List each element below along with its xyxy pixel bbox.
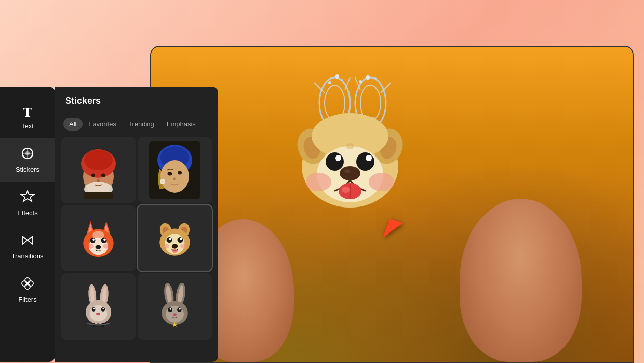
tab-all[interactable]: All [63, 118, 83, 131]
svg-point-95 [163, 244, 170, 248]
svg-point-80 [87, 244, 94, 248]
svg-point-77 [92, 238, 95, 241]
sidebar-item-transitions[interactable]: Transitions [0, 225, 55, 268]
svg-point-65 [173, 177, 176, 180]
panel-title: Stickers [65, 96, 101, 106]
sticker-cell-fox[interactable] [61, 205, 136, 271]
effects-icon [20, 190, 35, 206]
device-frame [150, 46, 634, 363]
svg-marker-41 [21, 191, 34, 201]
svg-point-109 [96, 313, 100, 315]
svg-point-62 [160, 160, 189, 193]
svg-point-30 [340, 166, 360, 180]
svg-point-97 [172, 249, 178, 253]
svg-point-9 [366, 75, 370, 80]
svg-point-107 [93, 308, 95, 309]
tab-emphasis[interactable]: Emphasis [160, 118, 202, 131]
filter-tabs: All Favorites Trending Emphasis [55, 114, 218, 137]
sticker-cell-bunny2[interactable] [138, 273, 212, 340]
tab-favorites[interactable]: Favorites [83, 118, 122, 131]
svg-point-94 [172, 244, 178, 248]
svg-point-78 [103, 238, 106, 241]
svg-point-82 [92, 231, 104, 239]
svg-point-29 [369, 155, 372, 158]
sticker-cell-bunny1[interactable] [61, 273, 136, 340]
svg-point-55 [101, 173, 105, 177]
svg-point-22 [306, 173, 331, 191]
svg-point-46 [26, 282, 29, 285]
svg-point-122 [170, 308, 171, 309]
sticker-cell-1[interactable] [61, 137, 136, 203]
svg-point-93 [180, 238, 182, 241]
tab-trending[interactable]: Trending [122, 118, 160, 131]
sidebar-item-stickers[interactable]: Stickers [0, 138, 55, 182]
text-icon: T [23, 105, 33, 119]
svg-point-54 [91, 173, 95, 177]
svg-point-79 [96, 245, 101, 249]
svg-point-51 [84, 150, 113, 170]
svg-point-92 [169, 238, 171, 241]
sidebar-label-transitions: Transitions [11, 252, 43, 260]
sticker-grid [55, 137, 218, 340]
svg-point-96 [180, 244, 187, 248]
svg-point-64 [178, 171, 182, 174]
svg-point-123 [179, 308, 180, 309]
sticker-cell-shiba[interactable] [138, 205, 212, 271]
svg-point-23 [369, 173, 394, 191]
svg-point-25 [356, 152, 374, 171]
stickers-panel: Stickers All Favorites Trending Emphasis [55, 87, 218, 362]
sidebar-label-text: Text [21, 122, 34, 130]
stickers-icon [20, 146, 35, 163]
device-screen [151, 47, 633, 362]
svg-point-31 [344, 169, 351, 173]
svg-point-81 [103, 244, 110, 248]
svg-rect-53 [84, 192, 113, 199]
svg-point-28 [338, 155, 341, 158]
sidebar-item-effects[interactable]: Effects [0, 182, 55, 225]
svg-point-108 [103, 308, 104, 309]
svg-point-7 [374, 77, 377, 80]
transitions-icon [20, 233, 35, 249]
svg-point-35 [342, 187, 350, 193]
panel-header: Stickers [55, 87, 218, 114]
svg-point-63 [168, 172, 172, 175]
svg-point-5 [341, 79, 343, 81]
svg-point-36 [346, 143, 354, 149]
sidebar: T Text Stickers Effects [0, 87, 55, 362]
svg-point-67 [161, 179, 165, 183]
filters-icon [20, 276, 35, 293]
sidebar-label-filters: Filters [18, 296, 36, 303]
dog-sticker-overlay [294, 108, 406, 210]
svg-point-124 [173, 313, 177, 316]
sidebar-item-filters[interactable]: Filters [0, 268, 55, 312]
svg-point-6 [359, 80, 362, 83]
svg-point-56 [97, 179, 100, 182]
sticker-cell-2[interactable] [138, 137, 212, 203]
svg-point-24 [326, 152, 344, 171]
face-right [460, 199, 582, 362]
sidebar-item-text[interactable]: T Text [0, 97, 55, 138]
sidebar-label-effects: Effects [17, 209, 38, 217]
sidebar-label-stickers: Stickers [16, 166, 39, 173]
svg-point-4 [328, 81, 331, 84]
svg-point-8 [335, 74, 339, 79]
